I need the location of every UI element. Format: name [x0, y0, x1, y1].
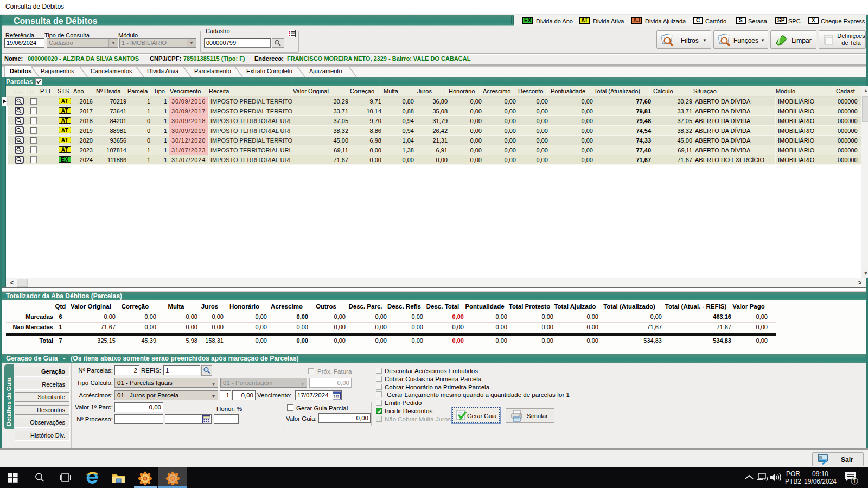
- svg-text:1: 1: [853, 478, 856, 484]
